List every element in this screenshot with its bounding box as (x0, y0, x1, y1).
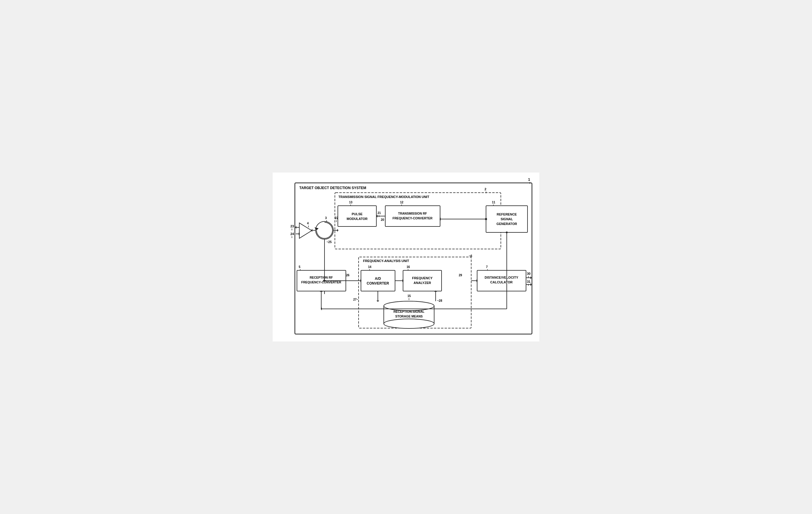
ref-26-svg: 26 (346, 274, 350, 277)
ad-conv-box (361, 270, 395, 291)
cyl-top-back (384, 301, 434, 306)
ref-sig-gen-l1: REFERENCE (497, 212, 517, 216)
arrow-circ-amp (311, 229, 312, 232)
ref-31-svg: 31 (527, 280, 530, 283)
dv-calc-l1: DISTANCE/VELOCITY (485, 276, 518, 279)
pulse-mod-box (338, 206, 376, 226)
ref-sig-gen-box (486, 206, 527, 232)
ref-15-svg: 15 (407, 294, 411, 297)
tx-unit-label-svg: TRANSMISSION SIGNAL FREQUENCY-MODULATION… (339, 195, 429, 199)
rx-rf-l1: RECEPTION RF (310, 276, 333, 279)
ref-4-svg: 4 (307, 222, 309, 225)
dot-refgen (485, 218, 487, 220)
rx-storage-l2: STORAGE MEANS (395, 315, 423, 318)
pulse-mod-label1: PULSE (352, 212, 363, 216)
tx-rf-box (385, 206, 440, 226)
ref-13-svg: 13 (349, 201, 353, 204)
arrow-txrf-pulse (376, 215, 378, 218)
ref-21-svg: 21 (378, 211, 381, 215)
ref-11-svg: 11 (492, 201, 495, 204)
arrow-refgen-rxrf-up (320, 290, 323, 292)
ref-sig-gen-l2: SIGNAL (500, 217, 513, 221)
arrow-23 (295, 226, 296, 229)
ref-5-svg: 5 (299, 265, 300, 268)
arrow-refgen-rxrf (321, 307, 322, 310)
outer-box-svg (295, 183, 532, 334)
ref-23-svg: 23 (290, 224, 294, 228)
rx-rf-l2: FREQUENCY-CONVERTER (301, 280, 341, 284)
arrow-fa-dv (476, 279, 478, 282)
pulse-mod-label2: MODULATOR (347, 217, 368, 221)
arrow-31 (530, 283, 532, 286)
tx-unit-svg (335, 193, 501, 249)
freq-an-label1: FREQUENCY (412, 276, 433, 280)
arrow-30 (530, 276, 532, 279)
arrow-refgen-txrf (439, 218, 441, 221)
ref-2-svg: 2 (485, 187, 486, 191)
circ-arrowhead (314, 227, 319, 230)
rx-rf-box (297, 270, 346, 291)
dv-calc-box (477, 270, 526, 291)
ref-30-svg: 30 (527, 272, 530, 275)
freq-an-box (403, 270, 441, 291)
ref-1-svg: 1 (528, 177, 530, 182)
arrow-24 (299, 232, 300, 235)
arrow-ad-storage (376, 301, 379, 302)
arrow-25-rxrf (323, 279, 324, 282)
ref-7-svg: 7 (486, 265, 488, 268)
dot-refgen-down (506, 231, 508, 233)
freq-an-label2: ANALYZER (414, 281, 431, 285)
ref-22-svg: 22 (335, 217, 339, 220)
arrow-ad-fa (402, 279, 404, 282)
outer-title: TARGET OBJECT DETECTION SYSTEM (299, 186, 366, 190)
ref-29-svg: 29 (459, 274, 462, 277)
arrow-circ-pulse (337, 229, 339, 232)
cyl-bot-ellipse (384, 319, 434, 329)
ref-20-svg: 20 (381, 218, 384, 222)
ref-14-svg: 14 (368, 265, 372, 268)
ad-label2: CONVERTER (367, 281, 389, 285)
arrow-storage-fa (434, 290, 437, 292)
fa-unit-svg (358, 257, 471, 328)
tx-rf-label1: TRANSMISSION RF (398, 212, 427, 215)
fa-label-svg: FREQUENCY-ANALYSIS UNIT (363, 259, 409, 263)
ref-25-svg: ~25 (326, 240, 331, 244)
ref-sig-gen-l3: GENERATOR (496, 222, 517, 226)
arrow-25-down (323, 280, 326, 281)
rx-storage-l1: RECEPTION-SIGNAL (394, 310, 425, 313)
ad-label1: A/D (375, 277, 381, 281)
ref-24-svg: 24 (290, 232, 294, 236)
ref-28-svg: ~28 (437, 299, 442, 302)
ref-6-svg-label: ~6 (469, 254, 472, 258)
diagram-svg: TARGET OBJECT DETECTION SYSTEM 1 TRANSMI… (273, 173, 539, 341)
amplifier-svg (299, 223, 312, 238)
ref-27-svg: 27~ (353, 298, 358, 301)
arrow-rxrf-ad (360, 279, 361, 282)
tx-rf-label2: FREQUENCY-CONVERTER (393, 217, 433, 220)
circ-arrow-path (317, 222, 332, 238)
ref-16-svg: 16 (407, 265, 410, 268)
ref-3-svg: 3 (325, 217, 327, 220)
ref-12-svg: 12 (400, 201, 404, 204)
circulator-svg (316, 222, 334, 239)
dv-calc-l2: CALCULATOR (490, 280, 513, 284)
cyl-top-ellipse (384, 301, 434, 311)
